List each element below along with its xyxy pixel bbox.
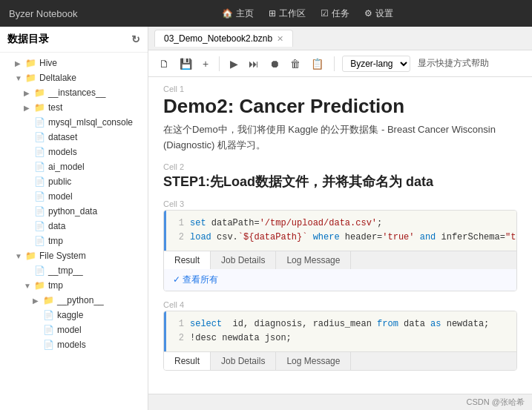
result-tab-result-4[interactable]: Result: [164, 352, 211, 370]
stop-button[interactable]: ⏺: [266, 56, 283, 71]
cell-2-content: STEP1:先Load数据文件，并将其命名为 data: [163, 173, 517, 191]
sidebar-item-tmp[interactable]: 📄 tmp: [0, 234, 148, 248]
folder-icon: 📁: [34, 280, 45, 291]
file-icon: 📄: [34, 191, 45, 202]
arrow-icon: ▼: [15, 252, 22, 260]
nav-workspace[interactable]: ⊞ 工作区: [269, 7, 306, 20]
result-tab-log-4[interactable]: Log Message: [276, 352, 351, 370]
sidebar-item-tmptmp[interactable]: 📄 __tmp__: [0, 263, 148, 278]
cell-2-label: Cell 2: [163, 162, 517, 171]
notebook-title: Demo2: Cancer Prediction: [163, 95, 517, 118]
result-tab-job-4[interactable]: Job Details: [211, 352, 276, 370]
add-cell-button[interactable]: +: [200, 56, 211, 71]
sidebar-item-public[interactable]: 📄 public: [0, 174, 148, 189]
cell-4-label: Cell 4: [163, 300, 517, 309]
code-cell-4: 1 select id, diagnosis, radius_mean from…: [163, 311, 517, 371]
file-icon: 📄: [34, 132, 45, 142]
run-all-button[interactable]: ⏭: [246, 56, 262, 71]
sidebar-item-tmp-folder[interactable]: ▼ 📁 tmp: [0, 278, 148, 293]
bottom-text: CSDN @张哈希: [467, 397, 525, 406]
help-label[interactable]: 显示快捷方式帮助: [418, 57, 489, 70]
language-selector[interactable]: Byzer-lang: [342, 56, 410, 72]
file-icon: 📄: [34, 162, 45, 172]
sidebar-title: 数据目录: [7, 33, 49, 46]
sidebar-item-deltalake[interactable]: ▼ 📁 Deltalake: [0, 70, 148, 85]
sidebar-item-model[interactable]: 📄 model: [0, 189, 148, 204]
folder-icon: 📁: [25, 251, 36, 261]
file-icon: 📄: [43, 310, 54, 320]
code-line-2: 2 load csv.`${dataPath}` where header='t…: [174, 231, 509, 245]
cell-4: Cell 4 1 select id, diagnosis, radius_me…: [163, 300, 517, 371]
sidebar-item-ai_model[interactable]: 📄 ai_model: [0, 159, 148, 174]
file-tree: ▶ 📁 Hive ▼ 📁 Deltalake ▶ 📁 __instances__…: [0, 53, 148, 410]
sidebar-item-kaggle[interactable]: 📄 kaggle: [0, 308, 148, 323]
nav-home[interactable]: 🏠 主页: [222, 7, 254, 20]
sidebar-item-mysql[interactable]: 📄 mysql_mlsql_console: [0, 115, 148, 130]
code-line-4-2: 2 !desc newdata json;: [174, 331, 509, 345]
nav-tasks[interactable]: ☑ 任务: [321, 7, 349, 20]
cell-3: Cell 3 1 set dataPath='/tmp/upload/data.…: [163, 199, 517, 291]
run-button[interactable]: ▶: [227, 56, 241, 71]
sidebar-item-dataset[interactable]: 📄 dataset: [0, 130, 148, 145]
code-line-4-1: 1 select id, diagnosis, radius_mean from…: [174, 317, 509, 331]
file-icon: 📄: [34, 176, 45, 187]
file-icon: 📄: [34, 206, 45, 216]
sidebar-item-hive[interactable]: ▶ 📁 Hive: [0, 56, 148, 70]
sidebar-item-filesystem[interactable]: ▼ 📁 File System: [0, 248, 148, 263]
check-all-button[interactable]: ✓ 查看所有: [164, 269, 516, 291]
sidebar-item-data[interactable]: 📄 data: [0, 219, 148, 234]
arrow-icon: ▶: [24, 89, 31, 97]
sidebar-item-python_data[interactable]: 📄 python_data: [0, 204, 148, 219]
app-title: Byzer Notebook: [9, 8, 78, 19]
result-tab-job[interactable]: Job Details: [211, 251, 276, 269]
file-icon: 📄: [43, 340, 54, 350]
settings-icon: ⚙: [364, 8, 372, 19]
close-tab-button[interactable]: ✕: [277, 34, 283, 44]
sidebar-header: 数据目录 ↻: [0, 27, 148, 53]
arrow-icon: ▶: [33, 297, 40, 305]
result-tabs-4: Result Job Details Log Message: [164, 351, 516, 370]
file-icon: 📄: [43, 325, 54, 335]
nav-settings[interactable]: ⚙ 设置: [364, 7, 393, 20]
file-icon: 📄: [34, 236, 45, 246]
code-body-4[interactable]: 1 select id, diagnosis, radius_mean from…: [164, 311, 516, 351]
sidebar-item-model2[interactable]: 📄 model: [0, 323, 148, 337]
sidebar-item-python[interactable]: ▶ 📁 __python__: [0, 293, 148, 308]
result-tab-result[interactable]: Result: [164, 251, 211, 269]
arrow-icon: ▶: [24, 104, 31, 112]
cell-1: Cell 1 Demo2: Cancer Prediction 在这个Demo中…: [163, 85, 517, 153]
tab-label: 03_Demo_Notebook2.bznb: [164, 33, 272, 44]
notebook-content: Cell 1 Demo2: Cancer Prediction 在这个Demo中…: [148, 77, 532, 394]
folder-icon: 📁: [34, 87, 45, 98]
top-nav: 🏠 主页 ⊞ 工作区 ☑ 任务 ⚙ 设置: [93, 7, 524, 20]
cell-1-content: Demo2: Cancer Prediction 在这个Demo中，我们将使用 …: [163, 95, 517, 153]
code-line-1: 1 set dataPath='/tmp/upload/data.csv';: [174, 216, 509, 231]
sidebar: 数据目录 ↻ ▶ 📁 Hive ▼ 📁 Deltalake ▶ 📁 __inst…: [0, 27, 148, 410]
sidebar-item-models2[interactable]: 📄 models: [0, 337, 148, 352]
code-cell-3: 1 set dataPath='/tmp/upload/data.csv'; 2…: [163, 210, 517, 291]
cell-3-label: Cell 3: [163, 199, 517, 208]
result-tab-log[interactable]: Log Message: [276, 251, 351, 269]
topbar: Byzer Notebook 🏠 主页 ⊞ 工作区 ☑ 任务 ⚙ 设置: [0, 0, 532, 27]
sidebar-item-test[interactable]: ▶ 📁 test: [0, 100, 148, 115]
copy-button[interactable]: 📋: [308, 56, 326, 71]
result-tabs-3: Result Job Details Log Message: [164, 251, 516, 269]
cell-2: Cell 2 STEP1:先Load数据文件，并将其命名为 data: [163, 162, 517, 191]
step-heading: STEP1:先Load数据文件，并将其命名为 data: [163, 173, 517, 191]
refresh-button[interactable]: ↻: [131, 33, 140, 45]
toolbar: 🗋 💾 + ▶ ⏭ ⏺ 🗑 📋 Byzer-lang 显示快捷方式帮助: [148, 50, 532, 77]
notebook-tab[interactable]: 03_Demo_Notebook2.bznb ✕: [154, 30, 293, 47]
separator: [219, 56, 220, 71]
delete-button[interactable]: 🗑: [287, 56, 303, 71]
sidebar-item-instances[interactable]: ▶ 📁 __instances__: [0, 85, 148, 100]
cell-1-label: Cell 1: [163, 85, 517, 93]
file-icon: 📄: [34, 265, 45, 276]
code-body-3[interactable]: 1 set dataPath='/tmp/upload/data.csv'; 2…: [164, 211, 516, 251]
sidebar-item-models[interactable]: 📄 models: [0, 145, 148, 159]
content-area: 03_Demo_Notebook2.bznb ✕ 🗋 💾 + ▶ ⏭ ⏺ 🗑 📋…: [148, 27, 532, 410]
new-button[interactable]: 🗋: [156, 56, 172, 71]
save-button[interactable]: 💾: [177, 56, 195, 71]
tab-bar: 03_Demo_Notebook2.bznb ✕: [148, 27, 532, 50]
workspace-icon: ⊞: [269, 8, 276, 19]
file-icon: 📄: [34, 147, 45, 157]
